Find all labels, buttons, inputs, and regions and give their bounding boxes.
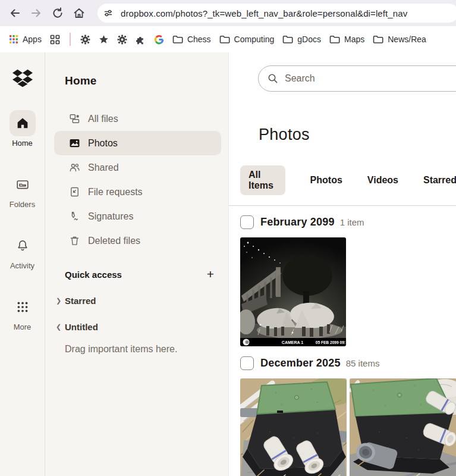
valve-box-photo-illustration	[350, 378, 456, 476]
tab-photos[interactable]: Photos	[310, 171, 342, 190]
google-g-icon	[154, 35, 164, 45]
url-text: dropbox.com/photos?_tk=web_left_nav_bar&…	[121, 8, 407, 18]
search-icon	[268, 73, 278, 84]
quick-access-title: Quick access	[65, 270, 122, 280]
tabs: All Items Photos Videos Starred	[240, 165, 456, 195]
dropbox-app: Home Folders Activity More Home All file…	[0, 52, 456, 476]
forward-icon	[30, 7, 43, 20]
folder-icon	[282, 35, 293, 44]
main-content: Search Photos All Items Photos Videos St…	[228, 52, 456, 476]
sidebar-item-file-requests[interactable]: File requests	[54, 180, 221, 204]
drag-hint-text: Drag important items here.	[65, 344, 228, 355]
sidebar-item-signatures[interactable]: Signatures	[54, 204, 221, 228]
bookmark-apps[interactable]: Apps	[9, 35, 42, 44]
browser-home-button[interactable]	[70, 4, 88, 22]
bookmark-starred-page[interactable]	[99, 35, 109, 45]
folders-icon	[16, 178, 29, 191]
starred-row[interactable]: ❯ Starred	[56, 296, 228, 306]
apps-grid-icon	[9, 35, 18, 44]
chevron-down-icon: ❮︎	[56, 323, 64, 331]
folder-icon	[373, 35, 383, 44]
sidebar-item-shared[interactable]: Shared	[54, 155, 221, 180]
rail-item-folders[interactable]: Folders	[10, 171, 36, 209]
photo-trailcam-boars[interactable]: CAMERA 1 05 FEB 2099 09:	[240, 237, 346, 346]
bookmark-folder-chess[interactable]: Chess	[172, 35, 211, 44]
browser-toolbar: dropbox.com/photos?_tk=web_left_nav_bar&…	[0, 0, 456, 26]
back-button[interactable]	[6, 4, 24, 22]
bookmark-google[interactable]	[154, 35, 164, 45]
folder-icon	[219, 35, 230, 44]
section-checkbox[interactable]	[240, 215, 254, 229]
rail-item-activity[interactable]: Activity	[10, 233, 36, 270]
url-bar[interactable]: dropbox.com/photos?_tk=web_left_nav_bar&…	[98, 4, 456, 23]
dropbox-logo[interactable]	[12, 68, 33, 90]
back-icon	[8, 7, 21, 20]
photo-valve-box-2[interactable]	[350, 378, 456, 476]
bookmark-folder-maps[interactable]: Maps	[329, 35, 364, 44]
reload-icon	[51, 7, 64, 20]
more-grid-icon	[16, 300, 29, 314]
star-icon	[99, 35, 109, 45]
bookmark-extension[interactable]	[136, 35, 146, 45]
bookmark-folder-computing[interactable]: Computing	[219, 35, 275, 44]
puzzle-icon	[136, 35, 146, 45]
gear-icon	[117, 35, 127, 45]
folder-icon	[172, 35, 183, 44]
bookmark-apps-label: Apps	[23, 35, 42, 44]
activity-bell-icon	[16, 239, 29, 252]
tab-all-items[interactable]: All Items	[240, 165, 285, 195]
signatures-icon	[70, 211, 80, 221]
rail-item-home[interactable]: Home	[10, 110, 36, 148]
quick-access-header: Quick access +	[65, 269, 214, 280]
gear-icon	[80, 35, 90, 45]
valve-box-photo-illustration	[240, 378, 347, 476]
deleted-files-icon	[70, 236, 80, 246]
bookmark-settings-1[interactable]	[80, 35, 90, 45]
all-files-icon	[70, 114, 80, 124]
rail-item-more[interactable]: More	[10, 294, 36, 331]
sidebar-item-deleted-files[interactable]: Deleted files	[54, 228, 221, 253]
search-input[interactable]: Search	[258, 65, 456, 92]
bookmarks-separator	[70, 33, 71, 46]
trailcam-photo-illustration: CAMERA 1 05 FEB 2099 09:	[240, 237, 346, 346]
svg-text:05 FEB 2099 09:: 05 FEB 2099 09:	[316, 340, 345, 345]
grid-2x2-icon	[50, 35, 60, 45]
bookmark-settings-2[interactable]	[117, 35, 127, 45]
untitled-row[interactable]: ❮︎ Untitled	[56, 322, 228, 332]
sidebar-heading: Home	[65, 74, 228, 87]
left-rail: Home Folders Activity More	[0, 52, 45, 476]
svg-text:CAMERA 1: CAMERA 1	[282, 340, 303, 345]
shared-icon	[70, 162, 80, 173]
home-icon	[73, 7, 86, 20]
photos-icon	[70, 138, 80, 148]
tabs-divider	[229, 205, 456, 206]
forward-button[interactable]	[27, 4, 45, 22]
folder-icon	[329, 35, 340, 44]
dropbox-logo-icon	[12, 68, 33, 87]
sidebar-item-all-files[interactable]: All files	[54, 107, 221, 131]
tab-starred[interactable]: Starred	[423, 171, 456, 190]
chevron-right-icon: ❯	[56, 297, 64, 305]
tune-site-info-icon[interactable]	[101, 6, 115, 20]
section-header-february-2099: February 2099 1 item	[240, 215, 456, 229]
bookmark-folder-gdocs[interactable]: gDocs	[282, 35, 321, 44]
section-header-december-2025: December 2025 85 items	[240, 356, 456, 370]
tab-videos[interactable]: Videos	[367, 171, 398, 190]
quick-access-add-button[interactable]: +	[207, 269, 214, 280]
section-checkbox[interactable]	[240, 356, 254, 370]
sidebar-item-photos[interactable]: Photos	[54, 131, 221, 155]
bookmark-grid-item[interactable]	[50, 35, 60, 45]
bookmarks-bar: Apps Chess Computing	[0, 26, 456, 52]
photo-valve-box-1[interactable]	[240, 378, 347, 476]
reload-button[interactable]	[49, 4, 67, 22]
home-icon	[16, 117, 29, 130]
file-requests-icon	[70, 187, 80, 197]
page-title: Photos	[259, 126, 456, 144]
bookmark-folder-news[interactable]: News/Rea	[373, 35, 426, 44]
nav-sidebar: Home All files Photos Shared File reques…	[45, 52, 228, 476]
search-placeholder: Search	[285, 73, 315, 84]
